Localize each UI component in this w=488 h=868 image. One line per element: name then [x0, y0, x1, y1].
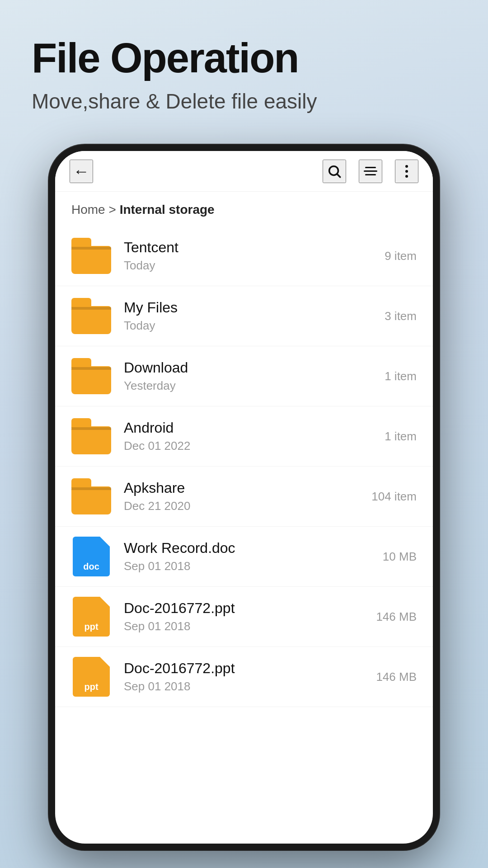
phone-screen: ← — [55, 151, 433, 844]
file-name: Apkshare — [124, 480, 371, 496]
file-info: Doc-2016772.ppt Sep 01 2018 — [124, 660, 376, 693]
file-name: My Files — [124, 299, 385, 316]
file-count: 10 MB — [383, 550, 417, 564]
file-count: 146 MB — [376, 610, 417, 624]
file-info: Tentcent Today — [124, 239, 385, 273]
list-item[interactable]: Tentcent Today 9 item — [55, 226, 433, 286]
file-info: My Files Today — [124, 299, 385, 333]
file-info: Android Dec 01 2022 — [124, 420, 385, 453]
file-info: Doc-2016772.ppt Sep 01 2018 — [124, 600, 376, 633]
file-list: Tentcent Today 9 item My Files Today 3 i… — [55, 226, 433, 707]
file-date: Sep 01 2018 — [124, 619, 376, 633]
more-options-button[interactable] — [395, 160, 418, 183]
ppt-file-icon: ppt — [71, 597, 111, 637]
folder-icon — [71, 236, 111, 276]
app-bar: ← — [55, 151, 433, 192]
svg-line-1 — [337, 174, 340, 177]
file-info: Download Yesterday — [124, 359, 385, 393]
search-icon — [327, 164, 342, 179]
file-count: 146 MB — [376, 670, 417, 684]
folder-icon — [71, 296, 111, 336]
list-item[interactable]: ppt Doc-2016772.ppt Sep 01 2018 146 MB — [55, 587, 433, 647]
file-date: Sep 01 2018 — [124, 559, 383, 573]
list-item[interactable]: Download Yesterday 1 item — [55, 346, 433, 406]
back-arrow-icon: ← — [73, 163, 89, 179]
list-item[interactable]: doc Work Record.doc Sep 01 2018 10 MB — [55, 527, 433, 587]
file-info: Apkshare Dec 21 2020 — [124, 480, 371, 513]
file-name: Doc-2016772.ppt — [124, 660, 376, 677]
file-date: Dec 21 2020 — [124, 499, 371, 513]
hero-subtitle: Move,share & Delete file easily — [32, 88, 456, 115]
list-item[interactable]: Android Dec 01 2022 1 item — [55, 406, 433, 467]
app-bar-left: ← — [70, 160, 93, 183]
file-date: Today — [124, 319, 385, 333]
file-name: Work Record.doc — [124, 540, 383, 557]
ppt-file-icon: ppt — [71, 657, 111, 697]
file-date: Today — [124, 259, 385, 273]
list-view-button[interactable] — [359, 160, 382, 183]
file-count: 104 item — [371, 490, 417, 504]
file-count: 3 item — [385, 309, 417, 323]
phone-mockup: ← — [49, 145, 439, 850]
file-count: 1 item — [385, 429, 417, 443]
file-name: Android — [124, 420, 385, 436]
list-item[interactable]: My Files Today 3 item — [55, 286, 433, 346]
file-count: 1 item — [385, 369, 417, 383]
hero-section: File Operation Move,share & Delete file … — [0, 0, 488, 133]
doc-file-icon: doc — [71, 537, 111, 576]
list-item[interactable]: Apkshare Dec 21 2020 104 item — [55, 467, 433, 527]
file-info: Work Record.doc Sep 01 2018 — [124, 540, 383, 573]
file-date: Sep 01 2018 — [124, 679, 376, 693]
folder-icon — [71, 476, 111, 516]
hero-title: File Operation — [32, 36, 456, 80]
file-name: Doc-2016772.ppt — [124, 600, 376, 617]
folder-icon — [71, 416, 111, 456]
list-item[interactable]: ppt Doc-2016772.ppt Sep 01 2018 146 MB — [55, 647, 433, 707]
breadcrumb: Home > Internal storage — [55, 192, 433, 226]
file-count: 9 item — [385, 249, 417, 263]
file-date: Yesterday — [124, 379, 385, 393]
back-button[interactable]: ← — [70, 160, 93, 183]
file-name: Tentcent — [124, 239, 385, 256]
breadcrumb-text: Home > Internal storage — [71, 203, 215, 217]
phone-frame: ← — [49, 145, 439, 850]
app-bar-right — [323, 160, 418, 183]
file-name: Download — [124, 359, 385, 376]
folder-icon — [71, 356, 111, 396]
search-button[interactable] — [323, 160, 346, 183]
more-options-icon — [405, 165, 408, 178]
file-date: Dec 01 2022 — [124, 439, 385, 453]
list-view-icon — [364, 167, 377, 175]
